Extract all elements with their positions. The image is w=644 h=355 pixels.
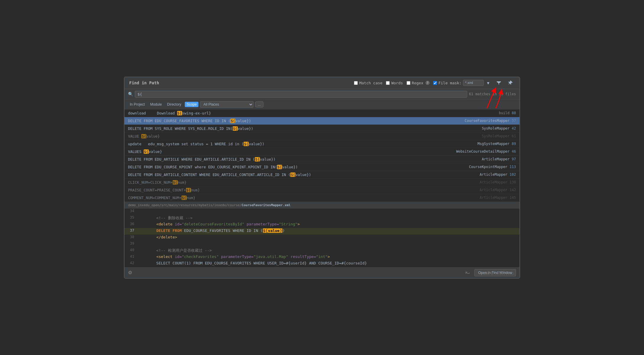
result-row[interactable]: DELETE FROM EDU_ARTICLE WHERE EDU_ARTICL…	[124, 156, 520, 163]
file-mask-label: File mask:	[438, 81, 462, 85]
shortcut-label: ⌘↵	[465, 271, 470, 275]
settings-gear-btn[interactable]: ⚙	[128, 270, 132, 275]
code-line-37: 37 DELETE FROM EDU_COURSE_FAVORITES WHER…	[124, 228, 520, 235]
filepath-bold: CourseFavoritesMapper.xml	[242, 203, 291, 207]
bottom-bar: ⚙ ⌘↵ Open in Find Window	[124, 267, 520, 278]
result-text: DELETE FROM EDU_COURSE_KPOINT where EDU_…	[128, 165, 465, 169]
result-text: update edu_msg_system set status = 1 WHE…	[128, 142, 474, 146]
module-btn[interactable]: Module	[148, 102, 164, 107]
results-list: download Download ${swing-ex-url} build …	[124, 109, 520, 202]
result-location: ArticleMapper 97	[482, 157, 516, 161]
regex-option[interactable]: Regex ?	[407, 81, 430, 85]
result-row[interactable]: VALUES ${value} WebsiteCourseDetailMappe…	[124, 148, 520, 156]
line-number: 35	[124, 215, 138, 220]
directory-btn[interactable]: Directory	[165, 102, 183, 107]
file-mask-checkbox[interactable]	[433, 81, 437, 85]
filepath-text: demo_inxedu_open/src/main/resources/myba…	[128, 203, 291, 207]
result-text: DELETE FROM SYS_ROLE WHERE SYS_ROLE.ROLE…	[128, 126, 478, 131]
line-number: 38	[124, 235, 138, 239]
result-location: ArticleMapper 145	[480, 196, 516, 200]
result-location: CourseFavoritesMapper 37	[465, 119, 516, 123]
all-places-select[interactable]: All Places	[200, 101, 253, 108]
result-text: COMMENT_NUM=COMMENT_NUM+${num}	[128, 196, 476, 200]
line-content: </delete>	[138, 235, 520, 239]
scope-bar: In Project Module Directory Scope All Pl…	[124, 100, 520, 109]
result-row[interactable]: DELETE FROM EDU_ARTICLE_CONTENT WHERE ED…	[124, 171, 520, 179]
result-location: build 88	[499, 111, 516, 115]
dialog-title: Find in Path	[129, 80, 159, 85]
match-count: 61 matches in 15 files	[469, 92, 516, 96]
scope-more-btn[interactable]: ...	[255, 101, 263, 107]
line-content: <delete id="deleteCourseFavoritesById" p…	[138, 222, 520, 226]
file-mask-dropdown-btn[interactable]: ▾	[485, 80, 491, 86]
result-row[interactable]: CLICK_NUM=CLICK_NUM+${num} ArticleMapper…	[124, 179, 520, 186]
line-content: <!-- 检测用户是否收藏过 -->	[138, 248, 520, 253]
line-number: 40	[124, 248, 138, 252]
filter-icon-btn[interactable]	[495, 80, 503, 86]
regex-label: Regex	[412, 81, 423, 85]
result-row[interactable]: download Download ${swing-ex-url} build …	[124, 109, 520, 117]
match-case-option[interactable]: Match case	[354, 81, 382, 85]
result-location: SysRoleMapper 61	[482, 134, 516, 138]
line-number: 37	[124, 228, 138, 233]
result-location: WebsiteCourseDetailMapper 46	[456, 149, 516, 154]
result-row[interactable]: DELETE FROM EDU_COURSE_KPOINT where EDU_…	[124, 163, 520, 171]
result-row[interactable]: PRAISE_COUNT=PRAISE_COUNT+${num} Article…	[124, 186, 520, 194]
line-content: DELETE FROM EDU_COURSE_FAVORITES WHERE I…	[138, 228, 520, 233]
find-in-path-dialog: Find in Path Match case Words Regex ? Fi…	[124, 77, 520, 279]
result-location: ArticleMapper 138	[480, 180, 516, 184]
result-text: DELETE FROM EDU_COURSE_FAVORITES WHERE I…	[128, 119, 461, 123]
code-line-35: 35 <!-- 删除收藏 -->	[124, 215, 520, 222]
code-line-41: 41 <select id="checkFavorites" parameter…	[124, 254, 520, 261]
regex-checkbox[interactable]	[407, 81, 410, 85]
result-text: VALUES ${value}	[128, 149, 453, 154]
words-label: Words	[391, 81, 403, 85]
words-option[interactable]: Words	[386, 81, 403, 85]
result-row[interactable]: VALUE ${value} SysRoleMapper 61	[124, 133, 520, 140]
dialog-header: Find in Path Match case Words Regex ? Fi…	[124, 77, 520, 89]
filepath-bar: demo_inxedu_open/src/main/resources/myba…	[124, 202, 520, 209]
code-preview: 34 35 <!-- 删除收藏 --> 36 <delete id="delet…	[124, 209, 520, 267]
result-location: CourseKpointMapper 113	[469, 165, 516, 169]
result-row[interactable]: update edu_msg_system set status = 1 WHE…	[124, 140, 520, 148]
line-content: SELECT COUNT(1) FROM EDU_COURSE_FAVORITE…	[138, 261, 520, 265]
line-content: <!-- 删除收藏 -->	[138, 215, 520, 221]
code-line-42: 42 SELECT COUNT(1) FROM EDU_COURSE_FAVOR…	[124, 261, 520, 267]
search-input[interactable]	[135, 91, 467, 98]
file-mask-group: File mask: ▾	[433, 80, 491, 86]
result-text: PRAISE_COUNT=PRAISE_COUNT+${num}	[128, 188, 476, 192]
result-text: DELETE FROM EDU_ARTICLE WHERE EDU_ARTICL…	[128, 157, 478, 162]
search-bar: 🔍 61 matches in 15 files	[124, 89, 520, 100]
watermark: CSDN @ 刘冰的小白白	[482, 271, 515, 276]
result-location: MsgSystemMapper 89	[478, 142, 516, 146]
line-content: <select id="checkFavorites" parameterTyp…	[138, 254, 520, 259]
line-number: 42	[124, 261, 138, 265]
match-case-checkbox[interactable]	[354, 81, 358, 85]
line-number: 39	[124, 241, 138, 246]
code-line-34: 34	[124, 209, 520, 215]
words-checkbox[interactable]	[386, 81, 390, 85]
pin-icon	[508, 80, 513, 85]
code-line-36: 36 <delete id="deleteCourseFavoritesById…	[124, 222, 520, 228]
line-number: 36	[124, 222, 138, 226]
result-row[interactable]: COMMENT_NUM=COMMENT_NUM+${num} ArticleMa…	[124, 194, 520, 202]
code-line-38: 38 </delete>	[124, 235, 520, 241]
result-text: download Download ${swing-ex-url}	[128, 111, 495, 115]
file-mask-input[interactable]	[463, 80, 484, 86]
regex-help-icon: ?	[425, 81, 430, 85]
result-row[interactable]: DELETE FROM EDU_COURSE_FAVORITES WHERE I…	[124, 117, 520, 125]
result-row[interactable]: DELETE FROM SYS_ROLE WHERE SYS_ROLE.ROLE…	[124, 125, 520, 133]
line-number: 41	[124, 254, 138, 259]
line-number: 34	[124, 209, 138, 213]
code-line-40: 40 <!-- 检测用户是否收藏过 -->	[124, 248, 520, 254]
filter-icon	[496, 80, 501, 85]
scope-btn[interactable]: Scope	[185, 102, 198, 107]
result-location: ArticleMapper 142	[480, 188, 516, 192]
code-line-39: 39	[124, 241, 520, 248]
match-case-label: Match case	[359, 81, 382, 85]
result-location: ArticleMapper 102	[480, 172, 516, 177]
result-text: VALUE ${value}	[128, 134, 478, 138]
result-text: CLICK_NUM=CLICK_NUM+${num}	[128, 180, 476, 185]
in-project-btn[interactable]: In Project	[128, 102, 147, 107]
pin-icon-btn[interactable]	[507, 80, 515, 86]
